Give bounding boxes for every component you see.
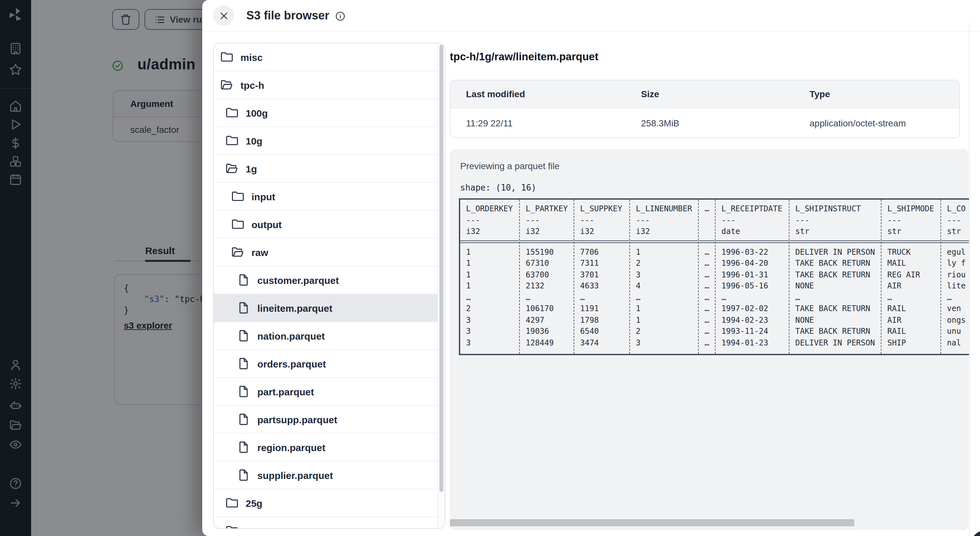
tree-item-label: misc bbox=[240, 51, 262, 62]
tree-item-misc[interactable]: misc bbox=[214, 43, 445, 71]
folder-icon bbox=[220, 51, 233, 64]
tree-item-lineitem.parquet[interactable]: lineitem.parquet bbox=[214, 294, 445, 321]
folder-icon bbox=[226, 134, 239, 147]
horizontal-scrollbar-thumb[interactable] bbox=[450, 519, 854, 526]
file-meta-header-row: Last modifiedSizeType bbox=[450, 80, 959, 108]
tree-item-100g[interactable]: 100g bbox=[214, 99, 445, 126]
column-header: L_ORDERKEY --- i32 bbox=[460, 200, 519, 243]
folder-open-icon bbox=[220, 78, 233, 91]
table-column-L_SUPPKEY: L_SUPPKEY --- i327706 7311 3701 4633 … 1… bbox=[574, 200, 630, 354]
column-values: 155190 67310 63700 2132 … 106170 4297 19… bbox=[520, 243, 574, 354]
file-icon bbox=[237, 274, 250, 286]
column-values: DELIVER IN PERSON TAKE BACK RETURN TAKE … bbox=[789, 243, 881, 354]
parquet-preview-panel: Previewing a parquet file shape: (10, 16… bbox=[450, 149, 968, 530]
folder-icon bbox=[231, 190, 244, 203]
column-values: 1 2 3 4 … 1 1 2 3 bbox=[630, 243, 698, 354]
column-header: L_SHIPINSTRUCT --- str bbox=[789, 200, 881, 243]
tree-item-label: lineitem.parquet bbox=[257, 302, 332, 313]
tree-item-part.parquet[interactable]: part.parquet bbox=[214, 377, 445, 405]
close-button[interactable] bbox=[213, 5, 234, 26]
meta-value: 258.3MiB bbox=[625, 108, 794, 137]
column-values: TRUCK MAIL REG AIR AIR … RAIL AIR RAIL S… bbox=[881, 243, 940, 354]
file-meta-value-row: 11:29 22/11258.3MiBapplication/octet-str… bbox=[450, 108, 959, 137]
tree-item-50g[interactable]: 50g bbox=[214, 517, 445, 529]
file-tree: misctpc-h100g10g1ginputoutputrawcustomer… bbox=[214, 43, 445, 529]
table-column-L_SHIPMODE: L_SHIPMODE --- strTRUCK MAIL REG AIR AIR… bbox=[881, 200, 941, 354]
folder-icon bbox=[226, 524, 239, 529]
tree-item-label: supplier.parquet bbox=[257, 469, 333, 480]
tree-item-25g[interactable]: 25g bbox=[214, 489, 445, 517]
preview-label: Previewing a parquet file bbox=[460, 161, 560, 171]
close-icon bbox=[219, 11, 229, 21]
tree-item-raw[interactable]: raw bbox=[214, 238, 445, 266]
column-header: L_RECEIPTDATE --- date bbox=[716, 200, 789, 243]
tree-item-label: customer.parquet bbox=[257, 275, 339, 286]
file-icon bbox=[237, 469, 250, 482]
folder-open-icon bbox=[226, 162, 239, 175]
tree-item-orders.parquet[interactable]: orders.parquet bbox=[214, 349, 445, 377]
s3-file-browser-modal: S3 file browser misctpc-h100g10g1ginputo… bbox=[202, 0, 980, 536]
tree-item-label: output bbox=[251, 219, 282, 230]
file-path-title: tpc-h/1g/raw/lineitem.parquet bbox=[450, 51, 598, 63]
tree-item-nation.parquet[interactable]: nation.parquet bbox=[214, 321, 445, 349]
tree-item-label: 25g bbox=[246, 498, 262, 509]
tree-item-label: tpc-h bbox=[240, 80, 264, 91]
meta-header-size: Size bbox=[625, 80, 794, 108]
info-icon[interactable] bbox=[335, 11, 345, 21]
preview-shape: shape: (10, 16) bbox=[460, 183, 536, 192]
tree-scrollbar[interactable] bbox=[438, 43, 445, 528]
modal-header: S3 file browser bbox=[202, 0, 980, 32]
folder-icon bbox=[231, 218, 244, 231]
meta-value: application/octet-stream bbox=[794, 108, 959, 137]
tree-item-label: part.parquet bbox=[257, 386, 314, 397]
column-header: … bbox=[699, 200, 715, 243]
column-values: egul ly f riou lite … ven ongs unu nal bbox=[941, 243, 970, 354]
tree-item-label: nation.parquet bbox=[257, 330, 325, 341]
screen: View ru u/admin Argument scale_factor Re… bbox=[0, 0, 980, 536]
file-icon bbox=[237, 301, 250, 314]
column-header: L_SUPPKEY --- i32 bbox=[574, 200, 629, 243]
parquet-data-table: L_ORDERKEY --- i321 1 1 1 … 2 3 3 3L_PAR… bbox=[459, 198, 970, 355]
tree-item-label: input bbox=[251, 191, 275, 202]
tree-item-output[interactable]: output bbox=[214, 210, 445, 238]
tree-item-label: partsupp.parquet bbox=[257, 414, 337, 425]
table-column-L_ORDERKEY: L_ORDERKEY --- i321 1 1 1 … 2 3 3 3 bbox=[460, 200, 520, 354]
file-icon bbox=[237, 441, 250, 454]
tree-item-label: raw bbox=[251, 247, 268, 258]
table-column-L_RECEIPTDATE: L_RECEIPTDATE --- date1996-03-22 1996-04… bbox=[716, 200, 789, 354]
file-icon bbox=[237, 413, 250, 426]
column-values: 7706 7311 3701 4633 … 1191 1798 6540 347… bbox=[574, 243, 629, 354]
tree-item-label: region.parquet bbox=[257, 442, 325, 453]
file-icon bbox=[237, 329, 250, 342]
table-column-L_PARTKEY: L_PARTKEY --- i32155190 67310 63700 2132… bbox=[520, 200, 574, 354]
column-values: 1 1 1 1 … 2 3 3 3 bbox=[460, 243, 519, 354]
tree-item-1g[interactable]: 1g bbox=[214, 154, 445, 182]
tree-item-supplier.parquet[interactable]: supplier.parquet bbox=[214, 461, 445, 489]
table-column-L_CO: L_CO --- stregul ly f riou lite … ven on… bbox=[941, 200, 970, 354]
folder-icon bbox=[226, 106, 239, 119]
tree-item-region.parquet[interactable]: region.parquet bbox=[214, 433, 445, 461]
tree-item-customer.parquet[interactable]: customer.parquet bbox=[214, 266, 445, 294]
column-header: L_PARTKEY --- i32 bbox=[520, 200, 574, 243]
tree-item-tpc-h[interactable]: tpc-h bbox=[214, 71, 445, 99]
column-values: … … … … … … … … … bbox=[699, 243, 715, 354]
column-header: L_LINENUMBER --- i32 bbox=[630, 200, 698, 243]
file-icon bbox=[237, 385, 250, 398]
table-column-L_LINENUMBER: L_LINENUMBER --- i321 2 3 4 … 1 1 2 3 bbox=[630, 200, 699, 354]
folder-icon bbox=[226, 496, 239, 509]
tree-item-partsupp.parquet[interactable]: partsupp.parquet bbox=[214, 405, 445, 433]
file-icon bbox=[237, 357, 250, 370]
column-header: L_SHIPMODE --- str bbox=[881, 200, 940, 243]
tree-item-label: 100g bbox=[246, 107, 268, 118]
tree-item-input[interactable]: input bbox=[214, 182, 445, 210]
tree-item-10g[interactable]: 10g bbox=[214, 126, 445, 154]
meta-header-last-modified: Last modified bbox=[450, 80, 625, 108]
meta-value: 11:29 22/11 bbox=[450, 108, 625, 137]
column-values: 1996-03-22 1996-04-20 1996-01-31 1996-05… bbox=[716, 243, 789, 354]
tree-item-label: 1g bbox=[246, 163, 257, 174]
right-scroll-track bbox=[969, 23, 970, 536]
table-column-…: … … … … … … … … … … bbox=[699, 200, 716, 354]
tree-item-label: 10g bbox=[246, 135, 262, 146]
meta-header-type: Type bbox=[794, 80, 959, 108]
tree-scrollbar-thumb[interactable] bbox=[439, 45, 443, 492]
